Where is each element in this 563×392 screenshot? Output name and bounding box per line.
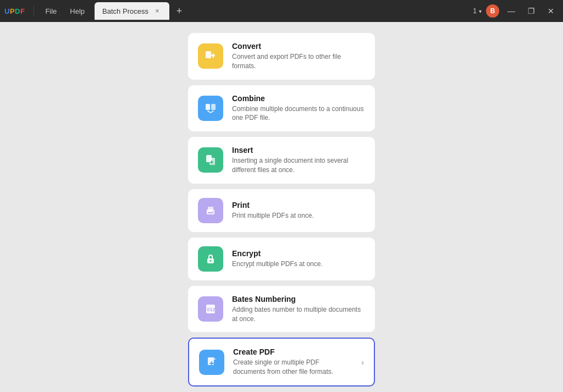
svg-rect-6 <box>208 207 213 210</box>
convert-text: Convert Convert and export PDFs to other… <box>232 42 365 71</box>
tab-label: Batch Process <box>102 7 148 15</box>
tabs-area: Batch Process × + <box>95 2 473 20</box>
insert-title: Insert <box>232 146 365 154</box>
encrypt-title: Encrypt <box>232 249 365 258</box>
card-bates[interactable]: 012 Bates Numbering Adding bates number … <box>188 286 375 333</box>
svg-rect-2 <box>211 104 216 110</box>
minimize-button[interactable]: — <box>504 3 519 19</box>
encrypt-text: Encrypt Encrypt multiple PDFs at once. <box>232 249 365 269</box>
menu-file[interactable]: File <box>40 5 62 18</box>
main-content: Convert Convert and export PDFs to other… <box>0 22 563 392</box>
print-text: Print Print multiple PDFs at once. <box>232 201 365 220</box>
tab-batch-process[interactable]: Batch Process × <box>95 2 169 20</box>
insert-desc: Inserting a single document into several… <box>232 156 365 175</box>
logo-f: F <box>20 7 25 15</box>
count-number: 1 <box>473 7 477 15</box>
card-print[interactable]: Print Print multiple PDFs at once. <box>188 189 375 232</box>
svg-point-8 <box>213 211 214 212</box>
bates-title: Bates Numbering <box>232 295 365 303</box>
cards-container: Convert Convert and export PDFs to other… <box>188 33 375 387</box>
svg-rect-7 <box>208 212 213 213</box>
window-count: 1 ▾ <box>473 7 482 15</box>
svg-text:012: 012 <box>207 307 216 312</box>
convert-title: Convert <box>232 42 365 51</box>
convert-desc: Convert and export PDFs to other file fo… <box>232 52 365 71</box>
bates-desc: Adding bates number to multiple document… <box>232 305 365 324</box>
createpdf-icon <box>199 350 224 375</box>
convert-icon <box>198 43 223 69</box>
card-encrypt[interactable]: Encrypt Encrypt multiple PDFs at once. <box>188 238 375 280</box>
restore-button[interactable]: ❐ <box>523 3 539 19</box>
logo-p: P <box>10 7 15 15</box>
logo-u: U <box>4 7 10 15</box>
encrypt-icon <box>198 246 223 272</box>
createpdf-text: Create PDF Create single or multiple PDF… <box>233 347 352 377</box>
svg-point-10 <box>210 260 212 262</box>
titlebar-right: 1 ▾ B — ❐ ✕ <box>473 3 559 19</box>
print-icon <box>198 198 223 223</box>
combine-title: Combine <box>232 94 365 103</box>
print-title: Print <box>232 201 365 209</box>
card-combine[interactable]: Combine Combine multiple documents to a … <box>188 85 375 132</box>
insert-text: Insert Inserting a single document into … <box>232 146 365 175</box>
svg-rect-5 <box>207 209 214 214</box>
bates-text: Bates Numbering Adding bates number to m… <box>232 295 365 324</box>
tab-close-button[interactable]: × <box>153 7 162 15</box>
app-logo: UPDF <box>4 7 25 15</box>
svg-rect-0 <box>206 51 211 58</box>
svg-rect-1 <box>206 104 210 110</box>
logo-d: D <box>15 7 20 15</box>
combine-icon <box>198 96 223 121</box>
createpdf-title: Create PDF <box>233 347 352 356</box>
close-button[interactable]: ✕ <box>543 3 559 19</box>
combine-desc: Combine multiple documents to a continuo… <box>232 104 365 123</box>
chevron-right-icon: › <box>361 358 364 367</box>
card-convert[interactable]: Convert Convert and export PDFs to other… <box>188 33 375 80</box>
print-desc: Print multiple PDFs at once. <box>232 211 365 220</box>
new-tab-button[interactable]: + <box>173 4 186 18</box>
divider <box>34 5 34 16</box>
encrypt-desc: Encrypt multiple PDFs at once. <box>232 260 365 269</box>
avatar[interactable]: B <box>486 4 499 18</box>
bates-icon: 012 <box>198 296 223 322</box>
insert-icon <box>198 147 223 173</box>
chevron-down-icon[interactable]: ▾ <box>479 8 482 14</box>
titlebar: UPDF File Help Batch Process × + 1 ▾ B —… <box>0 0 563 22</box>
card-createpdf[interactable]: Create PDF Create single or multiple PDF… <box>188 338 375 387</box>
createpdf-desc: Create single or multiple PDF documents … <box>233 358 352 377</box>
combine-text: Combine Combine multiple documents to a … <box>232 94 365 123</box>
menu-help[interactable]: Help <box>64 5 90 18</box>
card-insert[interactable]: Insert Inserting a single document into … <box>188 137 375 184</box>
menu-bar: File Help <box>40 5 90 18</box>
